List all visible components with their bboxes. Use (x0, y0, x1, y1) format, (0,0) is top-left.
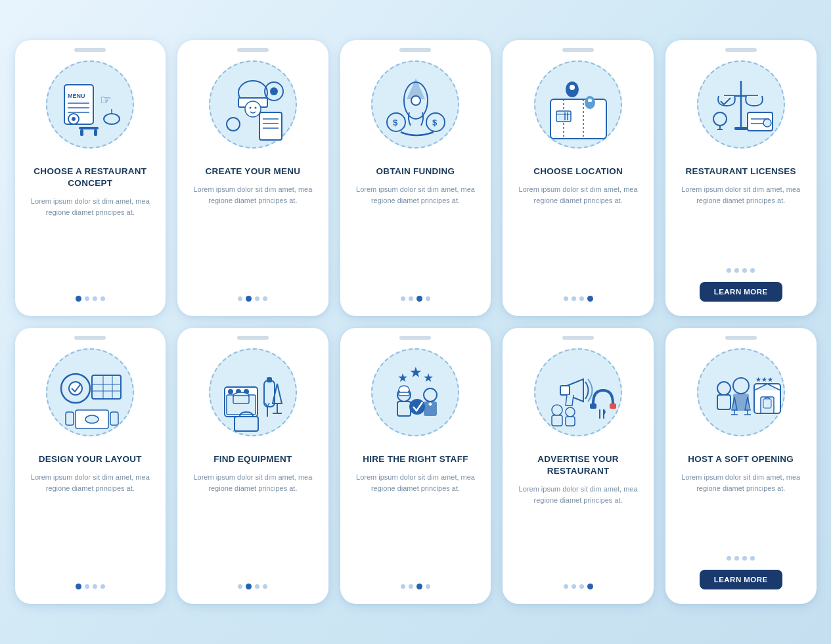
layout-illustration (39, 341, 141, 443)
location-illustration (528, 53, 629, 155)
svg-point-9 (104, 114, 120, 124)
svg-point-105 (733, 378, 749, 394)
dot-3 (742, 268, 747, 273)
card-title: CREATE YOUR MENU (205, 166, 300, 177)
dot-4 (263, 296, 267, 301)
dot-4 (101, 296, 105, 301)
card-title: FIND EQUIPMENT (213, 453, 292, 465)
svg-point-18 (255, 107, 257, 109)
svg-rect-88 (399, 392, 409, 396)
card-create-menu: CREATE YOUR MENU Lorem ipsum dolor sit d… (177, 40, 328, 316)
pagination-dots (238, 296, 267, 302)
svg-text:★: ★ (397, 371, 408, 384)
dot-2 (572, 296, 576, 301)
card-title: CHOOSE LOCATION (533, 166, 623, 177)
card-body: Lorem ipsum dolor sit dim amet, mea regi… (513, 484, 643, 574)
dot-4 (426, 296, 430, 301)
dot-2 (734, 556, 739, 561)
dot-2 (85, 296, 89, 301)
card-title: ADVERTISE YOUR RESTAURANT (513, 453, 643, 477)
card-choose-concept: MENU ☞ CHOOSE A RESTAURANT CONCEPT Lo (15, 40, 166, 316)
learn-more-button[interactable]: LEARN MORE (700, 282, 782, 302)
equipment-illustration (202, 341, 303, 443)
card-hire-staff: ★ ★ ★ HIRE THE RIGHT STAFF Lorem ipsum (340, 328, 491, 604)
pagination-dots (401, 584, 430, 589)
funding-illustration: $ $ (365, 53, 466, 155)
dot-2 (572, 584, 576, 589)
svg-rect-100 (566, 417, 575, 426)
menu-illustration (202, 53, 303, 155)
dot-4 (587, 296, 593, 302)
dot-2 (246, 296, 252, 302)
card-title: DESIGN YOUR LAYOUT (39, 453, 142, 465)
dot-1 (401, 296, 405, 301)
dot-3 (416, 296, 422, 302)
svg-text:★: ★ (409, 364, 422, 380)
dot-1 (564, 584, 568, 589)
card-body: Lorem ipsum dolor sit dim amet, mea regi… (26, 196, 156, 287)
dot-3 (416, 584, 422, 589)
concept-illustration: MENU ☞ (39, 53, 141, 155)
card-title: CHOOSE A RESTAURANT CONCEPT (26, 166, 156, 189)
card-host-opening: ★★★ HOST A SOFT OPENING Lorem ipsum dolo… (665, 328, 817, 604)
svg-point-92 (409, 399, 425, 415)
staff-illustration: ★ ★ ★ (365, 341, 466, 443)
dot-1 (564, 296, 568, 301)
svg-point-52 (713, 112, 727, 126)
pagination-dots (564, 584, 593, 589)
svg-rect-13 (94, 129, 97, 136)
svg-rect-41 (556, 111, 571, 122)
svg-rect-47 (734, 127, 748, 130)
svg-point-17 (250, 107, 252, 109)
dot-2 (734, 268, 739, 273)
opening-illustration: ★★★ (690, 341, 792, 443)
svg-rect-72 (233, 396, 249, 403)
dot-1 (76, 296, 81, 302)
dot-2 (246, 584, 252, 589)
learn-more-button-2[interactable]: LEARN MORE (700, 570, 782, 589)
dot-4 (426, 584, 430, 589)
pagination-dots (727, 268, 755, 273)
card-body: Lorem ipsum dolor sit dim amet, mea regi… (676, 472, 806, 547)
svg-point-36 (570, 85, 575, 90)
svg-rect-95 (590, 403, 596, 409)
dot-1 (238, 584, 242, 589)
svg-point-68 (228, 389, 233, 394)
svg-text:$: $ (393, 118, 398, 127)
card-body: Lorem ipsum dolor sit dim amet, mea regi… (188, 472, 318, 574)
svg-rect-81 (235, 417, 258, 431)
svg-point-63 (85, 415, 99, 423)
svg-rect-64 (66, 412, 74, 425)
card-body: Lorem ipsum dolor sit dim amet, mea regi… (513, 184, 643, 287)
svg-point-20 (270, 87, 278, 95)
pagination-dots (727, 556, 755, 561)
svg-text:$: $ (432, 118, 438, 127)
svg-rect-86 (397, 402, 411, 416)
card-restaurant-licenses: RESTAURANT LICENSES Lorem ipsum dolor si… (665, 40, 817, 316)
svg-rect-98 (552, 415, 562, 426)
card-choose-location: CHOOSE LOCATION Lorem ipsum dolor sit di… (503, 40, 654, 316)
dot-4 (750, 268, 755, 273)
dot-1 (401, 584, 405, 589)
card-find-equipment: FIND EQUIPMENT Lorem ipsum dolor sit dim… (177, 328, 328, 604)
svg-text:MENU: MENU (68, 93, 85, 99)
svg-point-103 (717, 382, 730, 395)
svg-point-99 (566, 407, 575, 417)
dot-2 (409, 584, 413, 589)
dot-3 (93, 296, 97, 301)
dot-1 (76, 584, 81, 589)
card-title: HOST A SOFT OPENING (688, 453, 794, 465)
card-body: Lorem ipsum dolor sit dim amet, mea regi… (188, 184, 318, 287)
pagination-dots (76, 296, 105, 302)
card-body: Lorem ipsum dolor sit dim amet, mea regi… (351, 472, 481, 574)
dot-3 (93, 584, 97, 589)
card-body: Lorem ipsum dolor sit dim amet, mea regi… (26, 472, 156, 574)
svg-rect-96 (610, 403, 616, 409)
svg-rect-65 (110, 412, 118, 425)
svg-rect-104 (717, 395, 730, 409)
pagination-dots (238, 584, 267, 589)
licenses-illustration (690, 53, 792, 155)
dot-4 (101, 584, 105, 589)
dot-4 (587, 584, 593, 589)
card-grid: MENU ☞ CHOOSE A RESTAURANT CONCEPT Lo (15, 40, 817, 604)
